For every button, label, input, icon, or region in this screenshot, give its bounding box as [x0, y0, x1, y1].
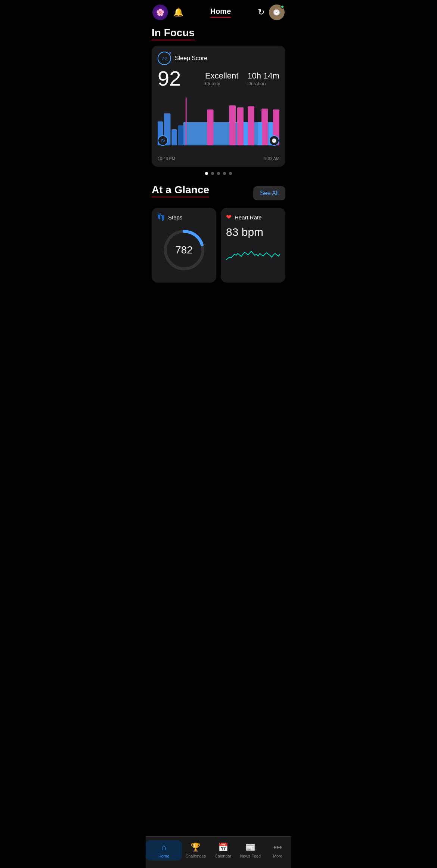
heart-rate-card[interactable]: ❤ Heart Rate 83 bpm — [221, 208, 285, 283]
app-logo-icon[interactable]: 🌸 — [152, 4, 168, 20]
heart-rate-label: Heart Rate — [235, 214, 262, 221]
header-left: 🌸 🔔 — [152, 4, 183, 20]
svg-rect-10 — [261, 109, 268, 145]
steps-circle-container: 782 — [157, 226, 211, 274]
steps-icon: 👣 — [157, 213, 165, 221]
sleep-stats: 92 Excellent Quality 10h 14m Duration — [158, 68, 279, 89]
pagination-dot-5[interactable] — [229, 172, 232, 175]
pagination-dots — [152, 172, 285, 175]
sleep-quality-block: Excellent Quality — [205, 71, 238, 86]
sleep-score-label: Sleep Score — [175, 55, 207, 62]
svg-rect-9 — [248, 106, 254, 145]
sleep-card-header: Zz ★ Sleep Score — [158, 52, 279, 65]
at-a-glance-section: At a Glance See All 👣 Steps 782 — [152, 184, 285, 283]
steps-label: Steps — [168, 214, 182, 221]
page-title: Home — [210, 7, 231, 18]
heart-rate-value: 83 bpm — [226, 226, 280, 238]
app-header: 🌸 🔔 Home ↻ ⌚ — [146, 0, 291, 23]
header-right: ↻ ⌚ — [258, 4, 285, 20]
heart-rate-card-header: ❤ Heart Rate — [226, 213, 280, 221]
pagination-dot-3[interactable] — [217, 172, 220, 175]
avatar[interactable]: ⌚ — [269, 4, 285, 20]
sleep-duration-value: 10h 14m — [247, 71, 279, 81]
heart-icon: ❤ — [226, 213, 232, 221]
pagination-dot-1[interactable] — [205, 172, 208, 175]
sleep-icon: Zz ★ — [158, 52, 171, 65]
chart-start-time: 10:46 PM — [158, 156, 175, 161]
steps-card-header: 👣 Steps — [157, 213, 211, 221]
in-focus-title: In Focus — [152, 27, 195, 40]
online-status-dot — [281, 5, 284, 9]
sleep-duration-block: 10h 14m Duration — [247, 71, 279, 86]
sleep-end-icon: 🕘 — [269, 135, 279, 146]
in-focus-section: In Focus Zz ★ Sleep Score 92 Excellent Q… — [152, 27, 285, 175]
svg-rect-7 — [229, 105, 236, 145]
main-content: In Focus Zz ★ Sleep Score 92 Excellent Q… — [146, 23, 291, 316]
svg-rect-6 — [207, 110, 213, 145]
sleep-score-value: 92 — [158, 68, 181, 89]
sleep-chart-container: Zz 🕘 — [158, 93, 279, 153]
svg-rect-12 — [244, 122, 248, 145]
section-header: At a Glance See All — [152, 184, 285, 203]
see-all-button[interactable]: See All — [253, 186, 285, 200]
svg-rect-5 — [186, 98, 187, 145]
sleep-card[interactable]: Zz ★ Sleep Score 92 Excellent Quality 10… — [152, 46, 285, 167]
notification-bell-icon[interactable]: 🔔 — [173, 7, 183, 17]
refresh-icon[interactable]: ↻ — [258, 7, 264, 17]
sleep-quality-label: Quality — [205, 81, 238, 86]
svg-rect-3 — [178, 125, 183, 145]
pagination-dot-4[interactable] — [223, 172, 226, 175]
steps-card[interactable]: 👣 Steps 782 — [152, 208, 216, 283]
at-a-glance-title: At a Glance — [152, 184, 209, 197]
sleep-duration-label: Duration — [247, 81, 279, 86]
chart-end-time: 9:03 AM — [264, 156, 279, 161]
heart-rate-chart — [226, 243, 280, 269]
sleep-quality-value: Excellent — [205, 71, 238, 81]
steps-value: 782 — [175, 244, 193, 256]
svg-rect-13 — [258, 122, 262, 145]
glance-grid: 👣 Steps 782 ❤ Heart Rate 83 bpm — [152, 208, 285, 283]
sleep-start-icon: Zz — [158, 135, 168, 146]
sleep-quality-duration: Excellent Quality 10h 14m Duration — [205, 71, 279, 86]
svg-rect-2 — [171, 129, 177, 145]
sleep-chart — [158, 93, 279, 153]
svg-rect-8 — [237, 107, 244, 145]
pagination-dot-2[interactable] — [211, 172, 214, 175]
chart-time-labels: 10:46 PM 9:03 AM — [158, 156, 279, 161]
